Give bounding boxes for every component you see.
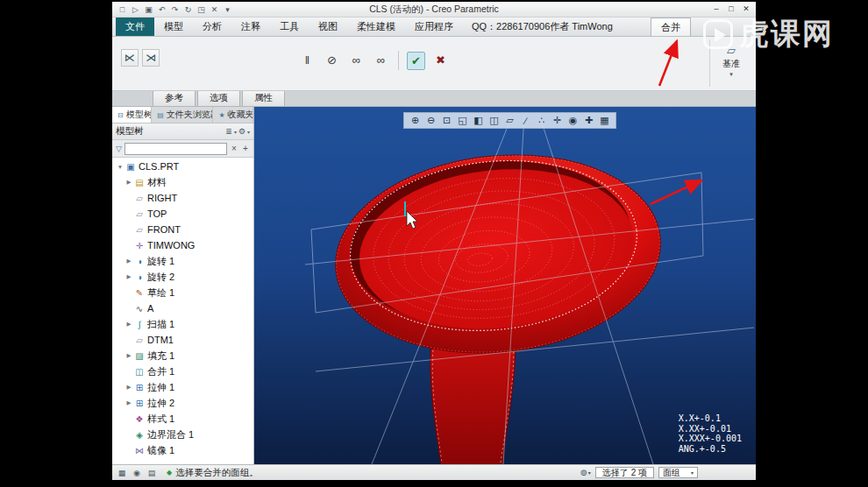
web-browser-icon[interactable]: ◉ xyxy=(131,469,143,477)
tree-item[interactable]: ▶◑旋转 1 xyxy=(112,253,253,269)
no-preview-button[interactable]: ⊘ xyxy=(323,52,341,70)
verify-split-button[interactable]: ∞ xyxy=(372,52,390,70)
clear-filter-icon[interactable]: × xyxy=(230,144,238,153)
tree-item-label: TIMWONG xyxy=(147,240,195,251)
cancel-button[interactable]: ✖ xyxy=(431,52,450,70)
navigator-tab-模型树[interactable]: ⊟模型树 xyxy=(112,107,152,123)
tree-settings-icon[interactable]: ⚙ xyxy=(238,127,245,136)
notes-icon[interactable]: ▤ xyxy=(146,469,158,477)
tree-item[interactable]: ✎草绘 1 xyxy=(112,285,253,300)
refit-icon[interactable]: ⊡ xyxy=(439,115,454,126)
subtab-参考[interactable]: 参考 xyxy=(153,89,196,106)
selection-filter-dropdown[interactable]: 面组 ▾ xyxy=(658,467,698,478)
search-filter-button[interactable]: ⊚▾ xyxy=(580,468,590,477)
tree-item[interactable]: ▶⊞拉伸 2 xyxy=(112,395,253,411)
ribbon-tab-工具[interactable]: 工具 xyxy=(270,18,309,36)
filter-icon[interactable]: ▽ xyxy=(116,145,122,153)
expand-arrow-icon[interactable]: ▶ xyxy=(125,179,133,186)
section-icon[interactable]: ◫ xyxy=(487,115,502,126)
merge-option-2-icon[interactable]: ⋊ xyxy=(142,49,160,67)
chevron-down-icon[interactable]: ▾ xyxy=(234,129,237,135)
ok-button[interactable]: ✔ xyxy=(407,52,425,70)
ribbon-tab-merge[interactable]: 合并 xyxy=(651,18,691,36)
more-icon[interactable]: ▾ xyxy=(222,5,233,14)
save-icon[interactable]: ▣ xyxy=(143,5,154,14)
display-icon[interactable]: ▦ xyxy=(116,469,128,477)
feature-panel-tabs: 参考选项属性 xyxy=(112,91,756,107)
tree-item[interactable]: ◈边界混合 1 xyxy=(112,427,253,442)
tree-item[interactable]: ▼▣CLS.PRT xyxy=(112,159,253,174)
open-icon[interactable]: ▷ xyxy=(130,5,141,14)
ribbon-tab-文件[interactable]: 文件 xyxy=(116,18,154,36)
datum-plane-display-icon[interactable]: ▱ xyxy=(502,115,517,126)
fill-icon: ▨ xyxy=(133,351,146,361)
chevron-down-icon[interactable]: ▾ xyxy=(247,129,250,135)
merge-option-1-icon[interactable]: ⋉ xyxy=(121,49,139,67)
windows-icon[interactable]: ◳ xyxy=(196,5,207,14)
creo-window: □▷▣↶↷↻◳✕▾ CLS (活动的) - Creo Parametric –□… xyxy=(112,2,756,480)
tree-item[interactable]: ▱TOP xyxy=(112,206,253,222)
ribbon-tab-分析[interactable]: 分析 xyxy=(193,18,231,36)
csys-display-icon[interactable]: ✛ xyxy=(550,115,565,126)
expand-arrow-icon[interactable]: ▶ xyxy=(125,384,133,391)
tree-item[interactable]: ▱RIGHT xyxy=(112,190,253,206)
zoom-out-icon[interactable]: ⊖ xyxy=(423,115,438,126)
spoon-model[interactable] xyxy=(325,139,670,464)
tree-item[interactable]: ▱FRONT xyxy=(112,222,253,237)
undo-icon[interactable]: ↶ xyxy=(156,5,167,14)
model-tree-panel: ⊟模型树▤文件夹浏览器★收藏夹 模型树 ≣▾ ⚙▾ ▽ × + ▼▣CLS.PR… xyxy=(112,107,254,464)
expand-arrow-icon[interactable]: ▶ xyxy=(125,321,133,328)
tree-item[interactable]: ⋈镜像 1 xyxy=(112,442,253,458)
datum-point-display-icon[interactable]: ∴ xyxy=(534,115,549,126)
expand-arrow-icon[interactable]: ▶ xyxy=(125,352,133,359)
tree-item[interactable]: ✛TIMWONG xyxy=(112,237,253,253)
datum-axis-display-icon[interactable]: ∕ xyxy=(518,116,533,126)
tree-item-label: 样式 1 xyxy=(147,413,174,426)
navigator-tab-收藏夹[interactable]: ★收藏夹 xyxy=(213,107,253,123)
subtab-选项[interactable]: 选项 xyxy=(197,89,240,106)
subtab-属性[interactable]: 属性 xyxy=(242,89,285,106)
datum-dropdown-button[interactable]: ▱ 基准 ▾ xyxy=(714,44,749,78)
ribbon-tab-视图[interactable]: 视图 xyxy=(309,18,347,36)
tree-item[interactable]: ❖样式 1 xyxy=(112,411,253,427)
expand-arrow-icon[interactable]: ▶ xyxy=(125,399,133,406)
tree-item[interactable]: ▶▨填充 1 xyxy=(112,348,253,363)
tree-item[interactable]: ▶⊞拉伸 1 xyxy=(112,379,253,395)
annotation-display-icon[interactable]: ◉ xyxy=(566,115,580,126)
close-window-icon[interactable]: ✕ xyxy=(209,5,220,14)
collapse-arrow-icon[interactable]: ▼ xyxy=(116,164,125,170)
ribbon-tab-注释[interactable]: 注释 xyxy=(231,18,270,36)
tree-item[interactable]: ▶▤材料 xyxy=(112,174,253,190)
ribbon-tab-应用程序[interactable]: 应用程序 xyxy=(405,18,463,36)
pause-button[interactable]: ‖ xyxy=(298,52,317,70)
tree-item[interactable]: ▶∫扫描 1 xyxy=(112,316,253,332)
zoom-in-icon[interactable]: ⊕ xyxy=(408,115,423,126)
close-button[interactable]: ✕ xyxy=(739,4,753,15)
verify-button[interactable]: ∞ xyxy=(347,52,366,70)
tree-item-label: 材料 xyxy=(147,176,167,189)
expand-arrow-icon[interactable]: ▶ xyxy=(125,258,133,265)
3d-viewport[interactable]: ⊕⊖⊡◱◧◫▱∕∴✛◉✚▦ xyxy=(254,107,756,464)
expand-arrow-icon[interactable]: ▶ xyxy=(125,273,133,280)
repaint-icon[interactable]: ◱ xyxy=(455,115,470,126)
tree-item[interactable]: ◫合并 1 xyxy=(112,363,253,379)
redo-icon[interactable]: ↷ xyxy=(169,5,181,14)
ribbon-tab-柔性建模[interactable]: 柔性建模 xyxy=(347,18,405,36)
spin-center-icon[interactable]: ✚ xyxy=(581,115,596,126)
sweep-icon: ∫ xyxy=(133,320,146,329)
new-icon[interactable]: □ xyxy=(117,5,128,14)
tree-item[interactable]: ▶◑旋转 2 xyxy=(112,269,253,285)
regenerate-icon[interactable]: ↻ xyxy=(182,5,194,14)
navigator-tab-文件夹浏览器[interactable]: ▤文件夹浏览器 xyxy=(152,107,213,123)
ribbon-tab-模型[interactable]: 模型 xyxy=(154,18,193,36)
display-style-icon[interactable]: ◧ xyxy=(471,115,486,126)
saved-views-icon[interactable]: ▦ xyxy=(597,115,612,126)
minimize-button[interactable]: – xyxy=(709,4,723,15)
maximize-button[interactable]: □ xyxy=(724,4,738,15)
add-filter-icon[interactable]: + xyxy=(241,144,250,153)
tree-filter-input[interactable] xyxy=(125,143,227,155)
tree-item[interactable]: ∿A xyxy=(112,300,253,316)
tree-columns-icon[interactable]: ≣ xyxy=(225,127,232,136)
tree-item[interactable]: ▱DTM1 xyxy=(112,332,253,348)
tree-item-label: 填充 1 xyxy=(147,349,174,363)
